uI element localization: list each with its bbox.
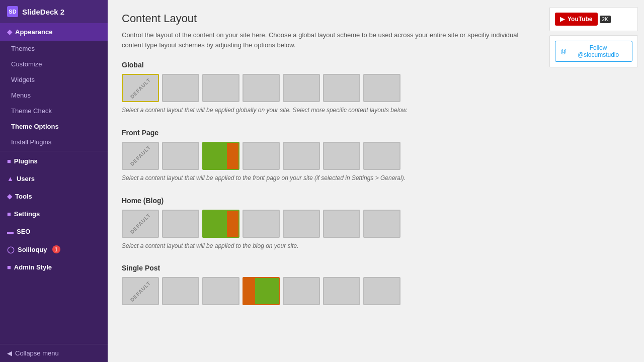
layout-section-front-page-title: Front Page [122,129,529,137]
col-green [203,211,227,237]
layout-option[interactable] [243,74,280,102]
sidebar-section-users[interactable]: ▲ Users [0,170,108,188]
soliloquy-badge: 1 [52,245,60,253]
sidebar-section-tools[interactable]: ◆ Tools [0,188,108,205]
sidebar-section-plugins[interactable]: ■ Plugins [0,152,108,170]
collapse-icon: ◀ [7,349,12,357]
sidebar-item-widgets[interactable]: Widgets [0,72,108,87]
sidebar-section-settings[interactable]: ■ Settings [0,205,108,223]
layout-option[interactable] [323,210,360,238]
layout-option[interactable] [162,210,199,238]
sidebar-section-soliloquy-label: Soliloquy [18,246,47,253]
layout-hint-front-page: Select a content layout that will be app… [122,174,529,183]
layout-option[interactable] [202,74,239,102]
layout-option[interactable] [363,142,400,170]
users-icon: ▲ [7,175,14,183]
sidebar-section-soliloquy[interactable]: ◯ Soliloquy 1 [0,240,108,258]
layout-section-global-title: Global [122,61,529,69]
layout-section-global: Global DEFAULT Select a content layout t… [122,61,529,115]
sidebar-item-theme-options[interactable]: Theme Options [0,119,108,134]
layout-option[interactable] [162,142,199,170]
sidebar-section-tools-label: Tools [15,193,32,200]
layout-option[interactable] [323,74,360,102]
sidebar: SD SlideDeck 2 ◆ Appearance Themes Custo… [0,0,108,362]
page-title: Content Layout [122,12,529,25]
app-name: SlideDeck 2 [22,8,64,16]
layout-section-home-blog-title: Home (Blog) [122,197,529,205]
sidebar-item-customize[interactable]: Customize [0,56,108,72]
layout-option[interactable] [283,277,320,305]
layout-options-front-page: DEFAULT [122,142,529,170]
col-orange [244,278,255,304]
twitter-icon: @ [560,48,567,55]
sidebar-logo[interactable]: SD SlideDeck 2 [0,0,108,23]
col-orange [227,211,238,237]
layout-option[interactable]: DEFAULT [122,277,159,305]
app-logo-icon: SD [7,6,18,17]
layout-section-home-blog: Home (Blog) DEFAULT Select a content lay… [122,197,529,250]
layout-section-single-post-title: Single Post [122,264,529,272]
layout-option-orange-green[interactable] [243,277,280,305]
sidebar-section-settings-label: Settings [14,210,40,218]
sidebar-section-plugins-label: Plugins [14,157,38,165]
main-content: Content Layout Control the layout of the… [108,0,543,362]
layout-option[interactable] [243,210,280,238]
sidebar-section-admin-style-label: Admin Style [14,263,52,271]
layout-option[interactable] [162,74,199,102]
soliloquy-icon: ◯ [7,246,15,253]
layout-option[interactable] [162,277,199,305]
plugins-icon: ■ [7,157,11,165]
collapse-menu-button[interactable]: ◀ Collapse menu [0,344,108,362]
sidebar-item-install-plugins[interactable]: Install Plugins [0,134,108,150]
layout-options-home-blog: DEFAULT [122,210,529,238]
col-green [255,278,279,304]
layout-option[interactable] [363,277,400,305]
sidebar-section-appearance[interactable]: ◆ Appearance [0,23,108,41]
layout-option[interactable] [363,210,400,238]
col-green [203,143,227,169]
col-orange [227,143,238,169]
settings-icon: ■ [7,210,11,218]
sidebar-section-appearance-label: Appearance [15,28,52,36]
layout-options-global: DEFAULT [122,74,529,102]
layout-option[interactable] [283,74,320,102]
layout-option-green-orange[interactable] [202,142,239,170]
sidebar-item-themes[interactable]: Themes [0,41,108,56]
layout-hint-home-blog: Select a content layout that will be app… [122,242,529,250]
youtube-button[interactable]: ▶ YouTube [555,13,598,26]
tools-icon: ◆ [7,193,12,200]
layout-hint-global: Select a content layout that will be app… [122,106,529,115]
layout-section-single-post: Single Post DEFAULT [122,264,529,305]
admin-style-icon: ■ [7,263,11,271]
right-panel: ▶ YouTube 2K @ Follow @slocumstudio [543,0,644,362]
appearance-icon: ◆ [7,28,12,36]
twitter-follow-button[interactable]: @ Follow @slocumstudio [555,41,632,62]
layout-option-green-orange[interactable] [202,210,239,238]
layout-options-single-post: DEFAULT [122,277,529,305]
sidebar-section-seo-label: SEO [17,228,30,235]
sidebar-section-admin-style[interactable]: ■ Admin Style [0,258,108,276]
sidebar-divider-1 [0,151,108,151]
layout-option[interactable] [202,277,239,305]
page-description: Control the layout of the content on you… [122,30,529,50]
youtube-icon: ▶ [560,16,565,23]
sidebar-section-users-label: Users [17,175,35,183]
layout-option[interactable] [243,142,280,170]
youtube-box: ▶ YouTube 2K [549,7,638,31]
layout-option[interactable] [283,142,320,170]
layout-option[interactable] [283,210,320,238]
layout-option[interactable] [323,142,360,170]
layout-section-front-page: Front Page DEFAULT Select a content layo… [122,129,529,183]
youtube-count: 2K [600,16,611,23]
seo-icon: ▬ [7,228,14,235]
youtube-wrapper: ▶ YouTube 2K [555,13,632,26]
layout-option[interactable]: DEFAULT [122,210,159,238]
sidebar-item-theme-check[interactable]: Theme Check [0,103,108,119]
sidebar-section-seo[interactable]: ▬ SEO [0,223,108,240]
layout-option[interactable] [323,277,360,305]
layout-option[interactable] [363,74,400,102]
layout-option[interactable]: DEFAULT [122,74,159,102]
sidebar-item-menus[interactable]: Menus [0,87,108,103]
layout-option[interactable]: DEFAULT [122,142,159,170]
twitter-box: @ Follow @slocumstudio [549,35,638,67]
